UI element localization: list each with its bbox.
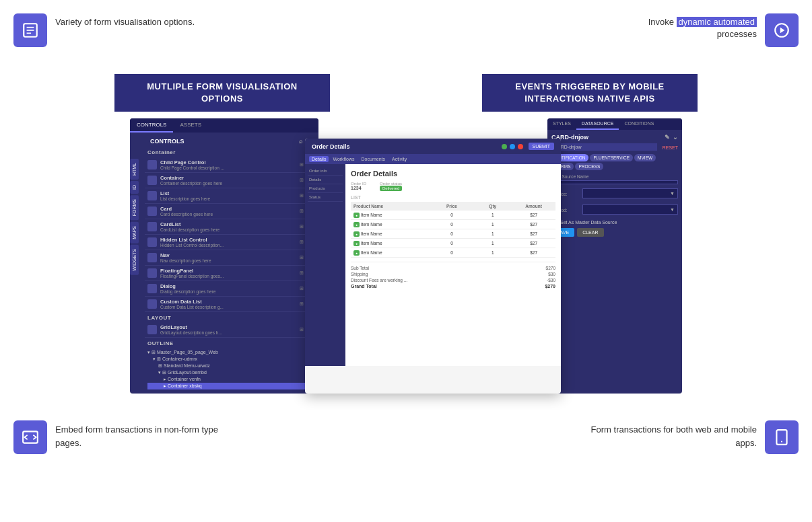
mobile-icon <box>765 420 799 454</box>
order-row-2: ● Item Name 0 1 $27 <box>351 229 555 239</box>
nav-documents[interactable]: Documents <box>359 156 388 162</box>
nav-icon <box>147 253 157 262</box>
bottom-left-feature: Embed form transactions in non-form type… <box>13 420 229 454</box>
order-row-4: ● Item Name 0 1 $27 <box>351 248 555 258</box>
method-dropdown-arrow: ▼ <box>670 207 675 212</box>
right-panel-tabs: STYLES DATASOURCE CONDITIONS <box>547 118 682 130</box>
card-name-field: CARD-dnjow <box>551 143 657 151</box>
section-headings: MUTLIPLE FORM VISUALISATION OPTIONS EVEN… <box>0 74 812 112</box>
control-card: Card Card description goes here ⊞●◎ <box>145 204 316 219</box>
order-row-3: ● Item Name 0 1 $27 <box>351 239 555 248</box>
outline-tree: ▾ ⊞ Master_Page_05_page_Web ▾ ⊞ Containe… <box>145 348 316 391</box>
nav-details[interactable]: Details <box>309 156 329 162</box>
sidebar-item-2: Details <box>308 176 343 184</box>
top-left-description: Variety of form visualisation options. <box>55 17 195 27</box>
tab-styles[interactable]: STYLES <box>547 118 576 130</box>
top-left-text: Variety of form visualisation options. <box>55 16 195 28</box>
side-tab-forms[interactable]: FORMS <box>130 195 139 220</box>
left-heading: MUTLIPLE FORM VISUALISATION OPTIONS <box>114 74 330 112</box>
submit-button[interactable]: SUBMIT <box>529 143 554 150</box>
cardlist-icon <box>147 222 157 231</box>
pill-mview[interactable]: MVIEW <box>634 154 656 161</box>
top-section: Variety of form visualisation options. I… <box>0 0 812 54</box>
control-nav: Nav Nav description goes here ⊞●◎ <box>145 250 316 266</box>
side-tab-html[interactable]: HTML <box>130 159 139 180</box>
center-body: Order info Details Products Status Order… <box>305 164 561 366</box>
control-customdatalist: Custom Data List Custom Data List descri… <box>145 297 316 312</box>
nav-activity[interactable]: Activity <box>389 156 409 162</box>
nav-workflows[interactable]: Workflows <box>330 156 357 162</box>
side-tab-widgets[interactable]: WIDGETS <box>130 245 139 275</box>
outline-item-container-xbskq[interactable]: ▸ Container xbskq <box>147 383 313 389</box>
container-icon <box>147 176 157 185</box>
sidebar-order-item: Order info <box>308 167 343 176</box>
control-floatingpanel: FloatingPanel FloatingPanel description … <box>145 266 316 281</box>
method-select[interactable]: ▼ <box>582 204 678 215</box>
container-label: Container <box>145 147 316 157</box>
master-data-row: Set As Master Data Source <box>551 219 678 225</box>
dot-green <box>502 144 507 149</box>
grid-layout-icon <box>147 325 157 334</box>
summary-shipping: Shipping $30 <box>351 271 555 277</box>
right-heading: EVENTS TRIGGERED BY MOBILE INTERACTIONS … <box>482 74 698 112</box>
tab-conditions[interactable]: CONDITIONS <box>619 118 659 130</box>
search-icon[interactable]: ⌕ <box>299 138 302 145</box>
summary-total: Grand Total $270 <box>351 283 555 289</box>
data-source-section: Data Source Name <box>551 174 678 184</box>
pill-fluentservice[interactable]: FLUENTSERVICE <box>590 154 633 161</box>
control-list: List List description goes here ⊞●◎ <box>145 188 316 204</box>
order-details-panel: Order Details SUBMIT Details Workflows D… <box>305 139 561 394</box>
outline-item-master[interactable]: ▾ ⊞ Master_Page_05_page_Web <box>147 349 313 356</box>
tab-datasource[interactable]: DATASOURCE <box>576 118 619 130</box>
controls-header: CONTROLS ⌕ ⚙ <box>145 135 316 147</box>
side-tab-maps[interactable]: MAPS <box>130 222 139 244</box>
col-qty: Qty <box>473 204 512 209</box>
svg-point-7 <box>781 441 782 443</box>
dot-blue <box>510 144 515 149</box>
right-heading-text: EVENTS TRIGGERED BY MOBILE INTERACTIONS … <box>515 81 665 104</box>
bottom-right-text: Form transactions for both web and mobil… <box>583 423 757 449</box>
data-source-name-input[interactable] <box>551 180 678 184</box>
card-name-reset-row: CARD-dnjow RESET <box>551 143 678 151</box>
action-buttons: SAVE CLEAR <box>551 228 678 237</box>
data-source-name-label: Data Source Name <box>551 174 678 179</box>
outline-item-container-vcnfn[interactable]: ▸ Container vcnfn <box>147 376 313 383</box>
chevron-down-icon[interactable]: ⌄ <box>673 134 678 141</box>
hidden-list-icon <box>147 237 157 247</box>
datasource-panel: STYLES DATASOURCE CONDITIONS CARD-dnjow … <box>547 118 682 394</box>
card-icon <box>147 207 157 216</box>
side-tab-id[interactable]: ID <box>130 181 139 194</box>
clear-button[interactable]: CLEAR <box>577 228 603 237</box>
tab-assets[interactable]: ASSETS <box>173 118 208 133</box>
bottom-section: Embed form transactions in non-form type… <box>0 407 812 461</box>
bottom-right-feature: Form transactions for both web and mobil… <box>583 420 799 454</box>
order-meta: Order ID 1234 Order status Delivered <box>351 182 555 191</box>
method-row: Method: ▼ <box>551 204 678 217</box>
left-heading-text: MUTLIPLE FORM VISUALISATION OPTIONS <box>147 81 297 104</box>
outline-item-gridlayout-bembd[interactable]: ▾ ⊞ GridLayout-bembd <box>147 369 313 376</box>
tab-controls[interactable]: CONTROLS <box>130 118 173 133</box>
control-container: Container Container description goes her… <box>145 173 316 188</box>
dialog-icon <box>147 284 157 293</box>
invoke-icon <box>765 13 799 47</box>
edit-icon[interactable]: ✎ <box>665 134 670 141</box>
center-main: Order Details Order ID 1234 Order status… <box>345 164 561 366</box>
list-section-label: LIST <box>351 195 555 200</box>
col-price: Price <box>433 204 471 209</box>
reset-button[interactable]: RESET <box>663 145 678 150</box>
pill-process[interactable]: PROCESS <box>575 163 603 170</box>
outline-item-standard-menu[interactable]: ⊞ Standard Menu-urwdz <box>147 363 313 369</box>
center-header: Order Details SUBMIT <box>305 139 561 154</box>
order-row-0: ● Item Name 0 1 $27 <box>351 211 555 220</box>
status-dots <box>502 144 523 149</box>
order-row-1: ● Item Name 0 1 $27 <box>351 220 555 229</box>
service-select[interactable]: ▼ <box>582 188 678 198</box>
panel-content: CONTROLS ⌕ ⚙ Container Child Page Contro… <box>142 133 318 394</box>
sidebar-item-3: Products <box>308 184 343 193</box>
control-hiddenlist: Hidden List Control Hidden List Control … <box>145 235 316 250</box>
outline-item-container-udmrx[interactable]: ▾ ⊞ Container-udmrx <box>147 356 313 363</box>
form-icon <box>13 13 47 47</box>
summary-subtotal: Sub Total $270 <box>351 265 555 271</box>
service-section: Service: ▼ <box>551 188 678 200</box>
status-badge: Delivered <box>380 186 402 191</box>
